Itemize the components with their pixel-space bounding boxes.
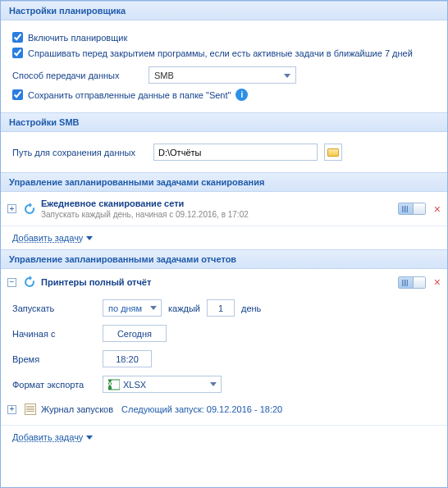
delete-scan-task-button[interactable]: × (434, 203, 441, 216)
time-value: 18:20 (116, 354, 139, 364)
scan-task-row: + Ежедневное сканирование сети Запускать… (1, 195, 447, 222)
delete-report-task-button[interactable]: × (434, 276, 441, 289)
scan-task-subtitle: Запускать каждый день, начиная с 09.12.2… (41, 210, 398, 219)
section-scan-tasks-header: Управление запланированными задачами ска… (1, 172, 447, 192)
next-launch-label: Следующий запуск: 09.12.2016 - 18:20 (121, 404, 282, 414)
folder-icon (327, 148, 339, 157)
chevron-down-icon (86, 436, 93, 440)
transfer-method-label: Способ передачи данных (12, 71, 144, 80)
save-sent-label: Сохранить отправленные данные в папке "S… (28, 90, 231, 100)
add-report-task-row: Добавить задачу (1, 426, 447, 449)
every-label: каждый (168, 303, 200, 313)
add-scan-task-link[interactable]: Добавить задачу (12, 233, 83, 243)
browse-folder-button[interactable] (324, 144, 342, 161)
time-input[interactable]: 18:20 (103, 350, 152, 367)
refresh-icon (23, 276, 36, 289)
transfer-method-select[interactable]: SMB (149, 66, 296, 84)
transfer-method-value: SMB (154, 71, 174, 80)
run-label: Запускать (12, 303, 103, 313)
export-format-select[interactable]: X XLSX (103, 376, 222, 393)
interval-value: по дням (108, 303, 142, 313)
enable-scheduler-label: Включить планировщик (28, 33, 127, 43)
report-task-title: Принтеры полный отчёт (41, 277, 151, 287)
xlsx-icon: X (108, 379, 120, 390)
section-scheduler-body: Включить планировщик Спрашивать перед за… (1, 21, 447, 112)
expand-scan-task-button[interactable]: + (7, 204, 16, 213)
ask-before-close-checkbox[interactable] (12, 48, 23, 58)
info-icon[interactable]: i (235, 89, 248, 101)
smb-path-label: Путь для сохранения данных (12, 148, 144, 157)
save-sent-checkbox[interactable] (12, 89, 23, 100)
expand-log-button[interactable]: + (7, 405, 16, 414)
enable-scheduler-checkbox[interactable] (12, 32, 23, 43)
start-date-value: Сегодня (117, 329, 152, 339)
every-value: 1 (218, 303, 223, 313)
svg-text:X: X (108, 379, 113, 389)
start-date-input[interactable]: Сегодня (103, 325, 167, 342)
start-label: Начиная с (12, 329, 103, 339)
ask-before-close-label: Спрашивать перед закрытием программы, ес… (28, 48, 413, 58)
time-label: Время (12, 354, 103, 364)
section-scheduler-header: Настройки планировщика (1, 1, 447, 21)
section-smb-header: Настройки SMB (1, 112, 447, 132)
refresh-icon (23, 203, 36, 216)
launch-log-label: Журнал запусков (41, 404, 113, 414)
export-format-value: XLSX (123, 380, 146, 390)
section-smb-body: Путь для сохранения данных D:\Отчёты (1, 132, 447, 172)
scan-task-title: Ежедневное сканирование сети (41, 198, 398, 208)
add-report-task-link[interactable]: Добавить задачу (12, 432, 83, 442)
smb-path-input[interactable]: D:\Отчёты (153, 144, 318, 161)
export-format-label: Формат экспорта (12, 380, 103, 390)
section-report-tasks-header: Управление запланированными задачами отч… (1, 249, 447, 269)
interval-select[interactable]: по дням (103, 299, 162, 317)
report-task-row: − Принтеры полный отчёт × (1, 272, 447, 292)
scan-task-toggle[interactable] (398, 203, 426, 215)
day-label: день (241, 303, 261, 313)
collapse-report-task-button[interactable]: − (7, 278, 16, 287)
report-task-toggle[interactable] (398, 276, 426, 289)
add-scan-task-row: Добавить задачу (1, 226, 447, 249)
log-icon (25, 404, 36, 415)
chevron-down-icon (86, 236, 93, 240)
every-value-input[interactable]: 1 (207, 299, 235, 317)
smb-path-value: D:\Отчёты (158, 148, 201, 157)
